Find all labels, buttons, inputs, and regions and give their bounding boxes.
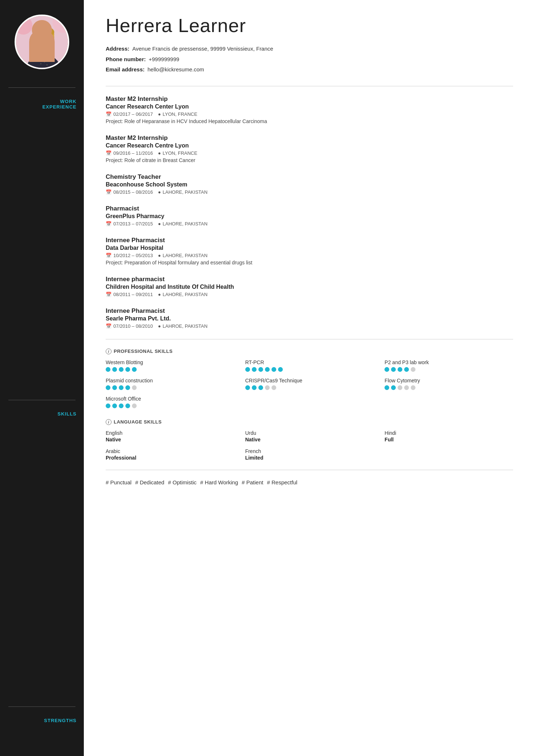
dot-filled [106, 403, 110, 408]
skill-dots [106, 403, 234, 408]
job-company: Cancer Research Centre Lyon [106, 142, 513, 149]
dot-empty [272, 385, 276, 390]
job-entry: Internee Pharmacist Data Darbar Hospital… [106, 237, 513, 265]
skill-name: Flow Cytometry [384, 378, 513, 383]
calendar-icon: 📅 [106, 150, 112, 156]
skills-section: i PROFESSIONAL SKILLS Western Blotting R… [106, 349, 513, 461]
calendar-icon: 📅 [106, 111, 112, 117]
location-icon: ● [158, 253, 161, 258]
dot-empty [398, 385, 402, 390]
avatar-image [16, 15, 68, 69]
dot-filled [125, 403, 130, 408]
job-entry: Master M2 Internship Cancer Research Cen… [106, 134, 513, 163]
divider-after-work [106, 339, 513, 339]
job-company: Beaconhouse School System [106, 181, 513, 188]
job-company: Searle Pharma Pvt. Ltd. [106, 315, 513, 322]
dot-filled [245, 385, 250, 390]
phone-row: Phone number: +999999999 [106, 54, 513, 65]
dot-filled [119, 367, 124, 372]
language-item: Arabic Professional [106, 448, 234, 461]
dot-filled [252, 367, 257, 372]
job-entry: Pharmacist GreenPlus Pharmacy 📅 07/2013 … [106, 205, 513, 227]
svg-point-15 [46, 40, 48, 42]
job-title: Internee Pharmacist [106, 237, 513, 244]
language-name: Arabic [106, 448, 234, 454]
svg-point-17 [40, 63, 42, 64]
dot-filled [391, 367, 396, 372]
avatar [15, 15, 69, 69]
sidebar-work-experience-label: WORKEXPERIENCE [0, 99, 84, 110]
skill-item: Plasmid construction [106, 378, 234, 390]
language-item: English Native [106, 430, 234, 442]
job-location: ● LAHORE, PAKISTAN [158, 292, 207, 297]
language-item: Hindi Full [384, 430, 513, 442]
dot-filled [272, 367, 276, 372]
svg-rect-10 [50, 35, 54, 55]
skill-dots [106, 385, 234, 390]
job-title: Chemistry Teacher [106, 173, 513, 181]
address-value: Avenue Francis de pressensse, 99999 Veni… [132, 44, 273, 54]
location-icon: ● [158, 189, 161, 195]
language-level: Full [384, 437, 513, 442]
sidebar-skills-label: SKILLS [0, 411, 84, 417]
email-value: hello@kickresume.com [148, 64, 204, 75]
svg-point-12 [38, 39, 41, 43]
language-level: Professional [106, 455, 234, 461]
dot-filled [391, 385, 396, 390]
skill-item: Microsoft Office [106, 396, 234, 408]
location-icon: ● [158, 221, 161, 227]
language-level: Native [245, 437, 374, 442]
divider-after-skills [106, 470, 513, 470]
dot-filled [119, 385, 124, 390]
language-name: Urdu [245, 430, 374, 436]
skill-name: CRISPR/Cas9 Technique [245, 378, 374, 383]
job-location: ● LAHORE, PAKISTAN [158, 221, 207, 227]
sidebar-divider-2 [8, 400, 75, 400]
dot-filled [112, 403, 117, 408]
email-label: Email address: [106, 64, 145, 75]
skill-name: P2 and P3 lab work [384, 359, 513, 365]
job-meta: 📅 08/2015 – 08/2016 ● LAHORE, PAKISTAN [106, 189, 513, 195]
job-description: Project: Role of Heparanase in HCV Induc… [106, 118, 513, 124]
strength-tag: # Patient [242, 479, 263, 485]
location-icon: ● [158, 150, 161, 156]
work-experience-section: Master M2 Internship Cancer Research Cen… [106, 95, 513, 329]
skill-name: Microsoft Office [106, 396, 234, 402]
language-level: Limited [245, 455, 374, 461]
svg-point-8 [32, 27, 54, 42]
skill-dots [106, 367, 234, 372]
dot-filled [125, 385, 130, 390]
svg-point-16 [43, 44, 44, 45]
job-title: Master M2 Internship [106, 95, 513, 103]
language-item: French Limited [245, 448, 374, 461]
divider-after-contact [106, 86, 513, 86]
svg-rect-9 [32, 35, 37, 55]
job-entry: Master M2 Internship Cancer Research Cen… [106, 95, 513, 124]
professional-skills-title: i PROFESSIONAL SKILLS [106, 349, 513, 354]
strength-tag: # Dedicated [135, 479, 164, 485]
job-company: GreenPlus Pharmacy [106, 213, 513, 220]
job-title: Internee Pharmacist [106, 307, 513, 315]
language-name: Hindi [384, 430, 513, 436]
job-location: ● LYON, FRANCE [158, 111, 197, 117]
strength-tag: # Optimistic [168, 479, 196, 485]
language-name: French [245, 448, 374, 454]
job-entry: Chemistry Teacher Beaconhouse School Sys… [106, 173, 513, 195]
skill-name: RT-PCR [245, 359, 374, 365]
job-company: Children Hospital and Institute Of Child… [106, 284, 513, 290]
address-label: Address: [106, 44, 129, 54]
location-icon: ● [158, 292, 161, 297]
svg-point-11 [32, 26, 54, 38]
calendar-icon: 📅 [106, 323, 112, 329]
svg-point-18 [44, 61, 45, 63]
dot-filled [384, 367, 389, 372]
dot-empty [132, 403, 137, 408]
dot-filled [278, 367, 283, 372]
skill-dots [384, 385, 513, 390]
dot-filled [119, 403, 124, 408]
dot-filled [132, 367, 137, 372]
job-description: Project: Role of citrate in Breast Cance… [106, 157, 513, 163]
location-icon: ● [158, 323, 161, 329]
job-company: Data Darbar Hospital [106, 245, 513, 251]
strengths-section: # Punctual # Dedicated # Optimistic # Ha… [106, 479, 513, 485]
